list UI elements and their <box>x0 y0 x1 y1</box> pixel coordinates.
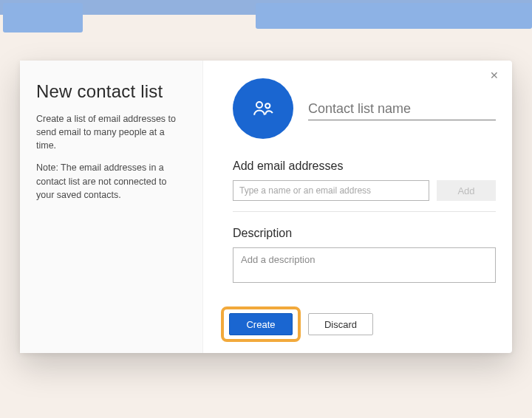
contact-group-avatar <box>233 78 293 139</box>
create-button[interactable]: Create <box>229 313 293 335</box>
tutorial-highlight-ring: Create <box>221 306 301 342</box>
modal-footer-buttons: Create Discard <box>221 306 373 342</box>
discard-button[interactable]: Discard <box>308 313 373 335</box>
modal-title: New contact list <box>36 81 186 102</box>
description-section-label: Description <box>233 227 496 240</box>
new-contact-list-modal: New contact list Create a list of email … <box>20 61 512 353</box>
modal-intro-text: Create a list of email addresses to send… <box>36 112 186 152</box>
contact-list-name-input[interactable] <box>308 97 496 120</box>
form-header-row <box>233 78 496 139</box>
svg-point-0 <box>256 102 262 108</box>
contact-group-icon <box>252 97 274 120</box>
modal-form-area: ✕ Add email addresses Add Description Cr… <box>203 61 512 353</box>
emails-section-label: Add email addresses <box>233 160 496 173</box>
close-icon[interactable]: ✕ <box>488 69 500 81</box>
add-email-button[interactable]: Add <box>437 180 496 201</box>
modal-note-text: Note: The email addresses in a contact l… <box>36 161 186 201</box>
email-address-input[interactable] <box>233 180 429 201</box>
section-divider <box>233 211 496 212</box>
description-input[interactable] <box>233 247 496 283</box>
email-entry-row: Add <box>233 180 496 201</box>
svg-point-1 <box>265 103 270 108</box>
modal-sidebar: New contact list Create a list of email … <box>20 61 203 353</box>
